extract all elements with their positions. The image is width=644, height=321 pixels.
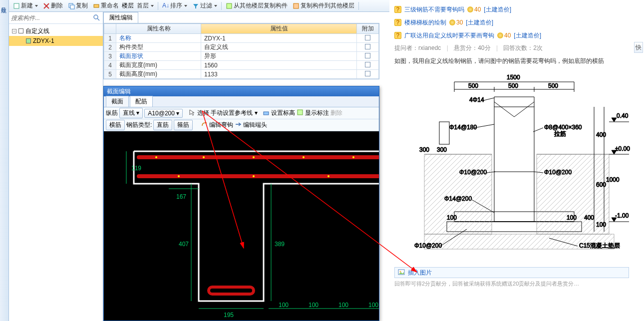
floor-label: 楼层 <box>122 1 134 10</box>
svg-text:167: 167 <box>176 193 186 200</box>
svg-text:C15混凝土垫层: C15混凝土垫层 <box>579 242 620 249</box>
svg-text:拉筋: 拉筋 <box>554 130 566 137</box>
svg-text:300: 300 <box>437 146 447 153</box>
svg-point-25 <box>253 175 255 177</box>
related-question-1[interactable]: ? 三级钢筋不需要弯钩吗 40 [土建造价] <box>394 3 644 16</box>
select-button[interactable]: 选择 <box>197 109 209 117</box>
property-row[interactable]: 2构件类型自定义线 <box>104 43 379 52</box>
svg-text:4Φ14: 4Φ14 <box>469 96 484 103</box>
svg-text:195: 195 <box>224 312 234 319</box>
center-area: 属性编辑 属性名称 属性值 附加 1名称ZDYX-12构件类型自定义线3截面形状… <box>103 12 379 321</box>
property-row[interactable]: 3截面形状异形 <box>104 52 379 61</box>
svg-line-57 <box>514 102 534 117</box>
sort-button[interactable]: A↓Z排序 <box>160 1 189 11</box>
svg-rect-13 <box>264 112 269 115</box>
longitudinal-label: 纵筋 <box>106 109 118 117</box>
line-mode-button[interactable]: 直线 ▾ <box>119 108 143 118</box>
component-tree-panel: − 自定义线 ZDYX-1 <box>9 12 103 321</box>
category-link[interactable]: [土建造价] <box>484 5 511 14</box>
svg-text:100: 100 <box>447 214 457 221</box>
property-row[interactable]: 4截面宽度(mm)1560 <box>104 61 379 70</box>
tree-root[interactable]: − 自定义线 <box>9 26 103 36</box>
stirrup-button[interactable]: 箍筋 <box>174 120 193 130</box>
rebar-spec-select[interactable]: A10@200 ▾ <box>144 109 183 118</box>
nav-vertical-tab[interactable]: 导航 <box>0 0 7 3</box>
svg-text:100: 100 <box>368 302 378 309</box>
svg-text:Φ14@180: Φ14@180 <box>449 124 477 131</box>
svg-rect-0 <box>14 3 19 8</box>
straight-rebar-button[interactable]: 直筋 <box>153 120 172 130</box>
side-expand-button[interactable]: 快 <box>634 42 643 53</box>
insert-image-button[interactable]: 插入图片 <box>394 267 629 278</box>
node-icon <box>18 28 23 33</box>
tab-rebar[interactable]: 配筋 <box>130 96 153 107</box>
svg-rect-80 <box>424 154 492 234</box>
svg-text:-1.00: -1.00 <box>615 212 629 219</box>
svg-point-20 <box>203 156 205 158</box>
edit-hook-button[interactable]: 编辑弯钩 <box>209 121 233 129</box>
cad-canvas[interactable]: 119 167 407 389 195 100 100 100 100 <box>104 131 379 321</box>
copy-button[interactable]: 复制 <box>66 1 90 11</box>
tab-section[interactable]: 截面 <box>106 96 129 107</box>
checkbox[interactable] <box>365 35 370 40</box>
new-button[interactable]: 新建 <box>11 1 40 11</box>
tree-item-zdyx1[interactable]: ZDYX-1 <box>9 36 103 46</box>
svg-text:Φ10@200: Φ10@200 <box>414 242 442 249</box>
svg-text:100: 100 <box>309 302 319 309</box>
svg-rect-14 <box>298 110 303 115</box>
section-drawing: 119 167 407 389 195 100 100 100 100 <box>104 131 379 321</box>
svg-text:±0.00: ±0.00 <box>615 145 630 152</box>
category-link[interactable]: [土建造价] <box>514 31 541 40</box>
search-input[interactable] <box>11 14 93 21</box>
coin-icon <box>467 6 473 12</box>
search-icon[interactable] <box>93 14 101 22</box>
property-row[interactable]: 1名称ZDYX-1 <box>104 34 379 43</box>
svg-point-21 <box>253 156 255 158</box>
question-link[interactable]: 广联达用自定义线时要不要画弯钩 <box>404 31 494 40</box>
elev-icon <box>263 109 270 117</box>
checkbox[interactable] <box>365 53 370 58</box>
section-toolbar-1: 纵筋 直线 ▾ A10@200 ▾ 选择 手动设置参考线 ▾ 设置标高 显示标注… <box>104 107 379 119</box>
checkbox[interactable] <box>365 62 370 67</box>
question-link[interactable]: 三级钢筋不需要弯钩吗 <box>404 5 464 14</box>
show-annotation-button[interactable]: 显示标注 <box>305 109 329 117</box>
checkbox[interactable] <box>365 71 370 76</box>
horizontal-rebar-button[interactable]: 横筋 <box>106 120 125 130</box>
svg-point-26 <box>327 175 329 177</box>
property-tabs: 属性编辑 <box>103 12 379 23</box>
export-icon <box>293 2 300 9</box>
related-question-2[interactable]: ? 楼梯梯板的绘制 30 [土建造价] <box>394 16 644 29</box>
related-question-3[interactable]: ? 广联达用自定义线时要不要画弯钩 40 [土建造价] <box>394 29 644 42</box>
svg-text:500: 500 <box>508 82 518 89</box>
delete-rebar-button[interactable]: 删除 <box>330 109 342 117</box>
category-link[interactable]: [土建造价] <box>466 18 493 27</box>
checkbox[interactable] <box>365 44 370 49</box>
question-icon: ? <box>394 6 401 13</box>
pointer-icon[interactable] <box>189 109 196 117</box>
rename-button[interactable]: 重命名 <box>91 1 121 11</box>
property-grid: 属性名称 属性值 附加 1名称ZDYX-12构件类型自定义线3截面形状异形4截面… <box>103 23 379 79</box>
property-row[interactable]: 5截面高度(mm)1133 <box>104 70 379 79</box>
edit-end-button[interactable]: 编辑端头 <box>243 121 267 129</box>
section-editor-title: 截面编辑 <box>104 86 379 96</box>
svg-text:500: 500 <box>468 82 478 89</box>
rebar-type-label: 钢筋类型: <box>126 121 152 129</box>
ref-line-button[interactable]: 手动设置参考线 ▾ <box>211 109 257 117</box>
svg-point-19 <box>155 156 157 158</box>
engineering-diagram: 1500 500 500 500 4Φ14 300 300 Φ14@180 Φ8… <box>394 72 634 262</box>
copy-to-floor-button[interactable]: 复制构件到其他楼层 <box>291 1 356 11</box>
delete-button[interactable]: 删除 <box>41 1 65 11</box>
svg-rect-60 <box>439 122 449 144</box>
svg-text:600: 600 <box>596 181 606 188</box>
set-elevation-button[interactable]: 设置标高 <box>271 109 295 117</box>
svg-point-22 <box>303 156 305 158</box>
copy-from-floor-button[interactable]: 从其他楼层复制构件 <box>224 1 290 11</box>
floor-select[interactable]: 首层 <box>135 1 156 11</box>
svg-rect-15 <box>104 131 379 321</box>
svg-line-64 <box>474 124 494 128</box>
filter-button[interactable]: 过滤 <box>190 1 219 11</box>
collapse-icon[interactable]: − <box>12 29 16 33</box>
tab-property-edit[interactable]: 属性编辑 <box>103 12 138 23</box>
svg-rect-5 <box>94 4 99 7</box>
question-link[interactable]: 楼梯梯板的绘制 <box>404 18 446 27</box>
